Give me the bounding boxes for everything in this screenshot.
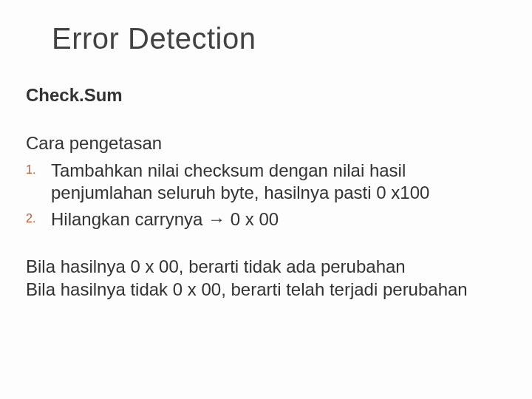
list-item: 1. Tambahkan nilai checksum dengan nilai…: [26, 160, 502, 204]
ordered-list: 1. Tambahkan nilai checksum dengan nilai…: [26, 155, 502, 231]
conclusion-line: Bila hasilnya tidak 0 x 00, berarti tela…: [26, 278, 502, 301]
list-item: 2. Hilangkan carrynya → 0 x 00: [26, 208, 502, 231]
list-text: Hilangkan carrynya → 0 x 00: [51, 208, 279, 231]
conclusion-line: Bila hasilnya 0 x 00, berarti tidak ada …: [26, 255, 502, 278]
slide-title: Error Detection: [52, 22, 256, 55]
conclusion-block: Bila hasilnya 0 x 00, berarti tidak ada …: [26, 255, 502, 301]
section-label: Cara pengetasan: [26, 133, 162, 154]
list-number: 1.: [26, 160, 51, 177]
slide-subtitle: Check.Sum: [26, 85, 123, 106]
list-text: Tambahkan nilai checksum dengan nilai ha…: [51, 160, 502, 204]
list-number: 2.: [26, 208, 51, 225]
slide: Error Detection Check.Sum Cara pengetasa…: [0, 0, 532, 399]
